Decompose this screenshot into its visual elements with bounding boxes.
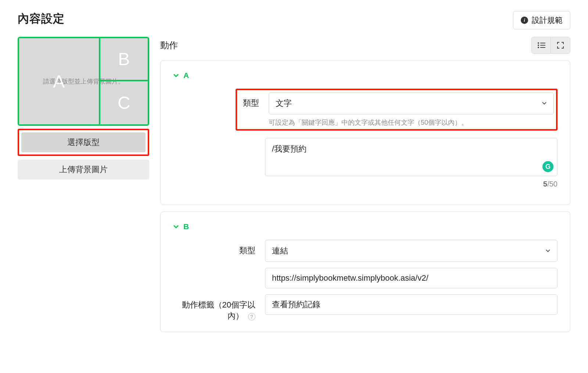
text-input-a[interactable]: /我要預約 G	[265, 138, 557, 176]
type-value-a: 文字	[276, 98, 292, 109]
svg-point-4	[538, 47, 539, 48]
chevron-down-icon	[545, 248, 551, 253]
text-value-a: /我要預約	[272, 144, 306, 153]
svg-point-0	[538, 42, 539, 44]
info-icon: i	[521, 17, 528, 24]
type-select-b[interactable]: 連結	[265, 240, 557, 262]
chevron-down-icon	[542, 101, 547, 106]
panel-header-b[interactable]: B	[173, 222, 557, 231]
chevron-down-icon	[173, 72, 179, 78]
preview-cell-b: B	[100, 38, 148, 81]
preview-cell-a: A	[19, 38, 100, 124]
template-preview[interactable]: 請選擇版型並上傳背景圖片。 A B C	[18, 37, 149, 126]
fullscreen-view-button[interactable]	[551, 37, 570, 53]
char-count-a: 5/50	[265, 180, 557, 188]
help-icon[interactable]: ?	[248, 313, 255, 320]
panel-key-b: B	[183, 222, 189, 231]
highlight-frame-choose-template: 選擇版型	[18, 129, 149, 156]
svg-rect-5	[540, 47, 545, 48]
view-toggle	[531, 37, 570, 54]
type-value-b: 連結	[272, 245, 288, 256]
svg-rect-1	[540, 43, 545, 43]
list-icon	[537, 42, 545, 49]
highlight-frame-type-a: 類型 文字 可設定為「關鍵字回應」中的文字或其他任何文字（50個字以內）。	[236, 89, 557, 131]
design-guide-button[interactable]: i 設計規範	[513, 11, 570, 29]
action-tag-input-b[interactable]	[265, 294, 557, 315]
grammarly-icon: G	[542, 161, 553, 172]
type-hint-a: 可設定為「關鍵字回應」中的文字或其他任何文字（50個字以內）。	[269, 118, 554, 127]
action-tag-label-b: 動作標籤（20個字以內） ?	[173, 294, 265, 322]
action-panel-a: A 類型 文字 可設定為「關鍵字回應」中的文字或其他任何文字（50個字以內）。	[160, 60, 570, 205]
chevron-down-icon	[173, 224, 179, 230]
design-guide-label: 設計規範	[532, 15, 563, 25]
fullscreen-icon	[557, 42, 564, 49]
type-select-a[interactable]: 文字	[269, 92, 554, 114]
type-label-a: 類型	[239, 92, 269, 109]
choose-template-button[interactable]: 選擇版型	[21, 132, 146, 152]
page-title: 內容設定	[18, 11, 65, 26]
panel-header-a[interactable]: A	[173, 71, 557, 80]
action-panel-b: B 類型 連結 動作標籤（20個字以內）	[160, 212, 570, 332]
upload-background-button[interactable]: 上傳背景圖片	[18, 160, 149, 180]
panel-key-a: A	[183, 71, 189, 80]
list-view-button[interactable]	[532, 37, 551, 53]
type-label-b: 類型	[173, 240, 265, 256]
preview-cell-c: C	[100, 81, 148, 124]
url-input-b[interactable]	[265, 268, 557, 288]
svg-rect-3	[540, 45, 545, 46]
section-title-actions: 動作	[160, 39, 178, 51]
svg-point-2	[538, 45, 539, 46]
